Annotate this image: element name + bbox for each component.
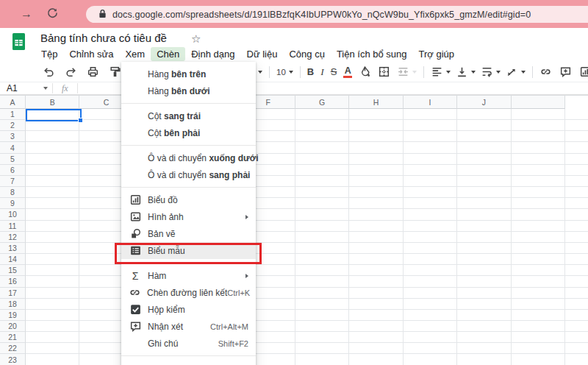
grid-cell[interactable] — [404, 187, 457, 198]
menubar-item[interactable]: Công cụ — [283, 47, 330, 61]
grid-cell[interactable] — [457, 142, 511, 153]
row-header[interactable]: 10 — [0, 209, 26, 220]
url-bar[interactable]: docs.google.com/spreadsheets/d/191lBBzfq… — [86, 6, 588, 23]
row-header[interactable]: 5 — [0, 154, 26, 165]
grid-cell[interactable] — [565, 187, 588, 198]
grid-cell[interactable] — [349, 165, 403, 176]
grid-cell[interactable] — [295, 232, 349, 243]
fill-color-icon[interactable] — [359, 65, 371, 78]
row-header[interactable]: 4 — [0, 142, 26, 153]
grid-cell[interactable] — [565, 299, 588, 310]
grid-cell[interactable] — [565, 265, 588, 276]
reload-icon[interactable] — [47, 7, 58, 22]
grid-cell[interactable] — [26, 232, 79, 243]
font-family-caret[interactable] — [258, 71, 262, 74]
vertical-align-icon[interactable] — [456, 65, 476, 78]
grid-cell[interactable] — [349, 221, 403, 232]
grid-cell[interactable] — [404, 176, 457, 187]
document-title[interactable]: Bảng tính chưa có tiêu đề — [40, 32, 167, 44]
italic-button[interactable]: I — [320, 66, 324, 78]
grid-cell[interactable] — [295, 265, 349, 276]
grid-cell[interactable] — [565, 243, 588, 254]
grid-cell[interactable] — [26, 343, 79, 354]
menu-item-cells-shift-right[interactable]: Ô và di chuyển sang phải — [121, 166, 256, 183]
column-header[interactable] — [512, 96, 565, 109]
row-header[interactable]: 6 — [0, 165, 26, 176]
column-header[interactable]: A — [0, 96, 26, 109]
grid-cell[interactable] — [457, 120, 511, 131]
merge-cells-icon[interactable] — [397, 65, 417, 78]
grid-cell[interactable] — [565, 343, 588, 354]
grid-cell[interactable] — [349, 120, 403, 131]
row-header[interactable]: 7 — [0, 176, 26, 187]
grid-cell[interactable] — [512, 265, 565, 276]
grid-cell[interactable] — [565, 288, 588, 299]
grid-cell[interactable] — [457, 198, 511, 209]
grid-cell[interactable] — [512, 276, 565, 287]
menu-item-row-below[interactable]: Hàng bên dưới — [121, 82, 256, 99]
grid-cell[interactable] — [295, 109, 349, 120]
menubar-item[interactable]: Xem — [119, 47, 151, 61]
grid-cell[interactable] — [457, 265, 511, 276]
row-header[interactable]: 12 — [0, 232, 26, 243]
bold-button[interactable]: B — [307, 66, 314, 77]
grid-cell[interactable] — [349, 299, 403, 310]
grid-cell[interactable] — [565, 176, 588, 187]
menu-item-cells-shift-down[interactable]: Ô và di chuyển xuống dưới — [121, 149, 256, 166]
grid-cell[interactable] — [512, 243, 565, 254]
grid-cell[interactable] — [565, 209, 588, 220]
menu-item-form[interactable]: Biểu mẫu — [121, 242, 256, 259]
redo-icon[interactable] — [65, 65, 77, 78]
grid-cell[interactable] — [349, 288, 403, 299]
grid-cell[interactable] — [404, 288, 457, 299]
grid-cell[interactable] — [457, 276, 511, 287]
fill-handle[interactable] — [78, 118, 83, 123]
grid-cell[interactable] — [404, 354, 457, 365]
grid-cell[interactable] — [404, 154, 457, 165]
grid-cell[interactable] — [295, 332, 349, 343]
grid-cell[interactable] — [349, 276, 403, 287]
grid-cell[interactable] — [295, 131, 349, 142]
grid-cell[interactable] — [349, 131, 403, 142]
grid-cell[interactable] — [565, 354, 588, 365]
menubar-item[interactable]: Trợ giúp — [413, 47, 461, 61]
grid-cell[interactable] — [512, 142, 565, 153]
grid-cell[interactable] — [26, 254, 79, 265]
row-header[interactable]: 3 — [0, 131, 26, 142]
grid-cell[interactable] — [404, 276, 457, 287]
grid-cell[interactable] — [512, 120, 565, 131]
grid-cell[interactable] — [457, 176, 511, 187]
chart-icon[interactable] — [579, 65, 588, 78]
grid-cell[interactable] — [349, 209, 403, 220]
text-color-button[interactable]: A — [343, 66, 352, 78]
grid-cell[interactable] — [349, 154, 403, 165]
grid-cell[interactable] — [295, 254, 349, 265]
grid-cell[interactable] — [349, 354, 403, 365]
grid-cell[interactable] — [565, 154, 588, 165]
grid-cell[interactable] — [404, 254, 457, 265]
grid-cell[interactable] — [512, 154, 565, 165]
row-header[interactable]: 1 — [0, 109, 26, 120]
forward-icon[interactable]: → — [21, 7, 32, 21]
row-header[interactable]: 21 — [0, 332, 26, 343]
grid-cell[interactable] — [26, 221, 79, 232]
grid-cell[interactable] — [26, 288, 79, 299]
menubar-item[interactable]: Dữ liệu — [241, 47, 284, 61]
grid-cell[interactable] — [404, 310, 457, 321]
grid-cell[interactable] — [512, 310, 565, 321]
grid-cell[interactable] — [349, 343, 403, 354]
row-header[interactable]: 13 — [0, 243, 26, 254]
menu-item-comment[interactable]: Nhận xétCtrl+Alt+M — [121, 318, 256, 335]
grid-cell[interactable] — [349, 310, 403, 321]
grid-cell[interactable] — [404, 120, 457, 131]
grid-cell[interactable] — [404, 221, 457, 232]
grid-cell[interactable] — [565, 131, 588, 142]
link-icon[interactable] — [539, 65, 552, 78]
menu-item-checkbox[interactable]: Hộp kiểm — [121, 301, 256, 318]
grid-cell[interactable] — [295, 276, 349, 287]
grid-cell[interactable] — [295, 243, 349, 254]
menu-item-drawing[interactable]: Bản vẽ — [121, 225, 256, 242]
menu-item-row-above[interactable]: Hàng bên trên — [121, 65, 256, 82]
undo-icon[interactable] — [43, 65, 55, 78]
grid-cell[interactable] — [512, 198, 565, 209]
